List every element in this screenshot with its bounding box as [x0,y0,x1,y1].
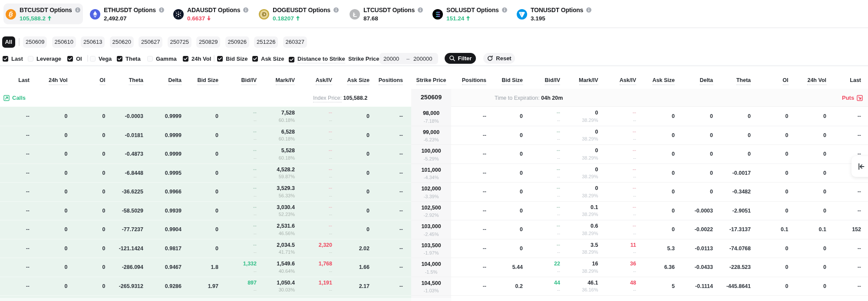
svg-text:Ł: Ł [353,11,357,18]
